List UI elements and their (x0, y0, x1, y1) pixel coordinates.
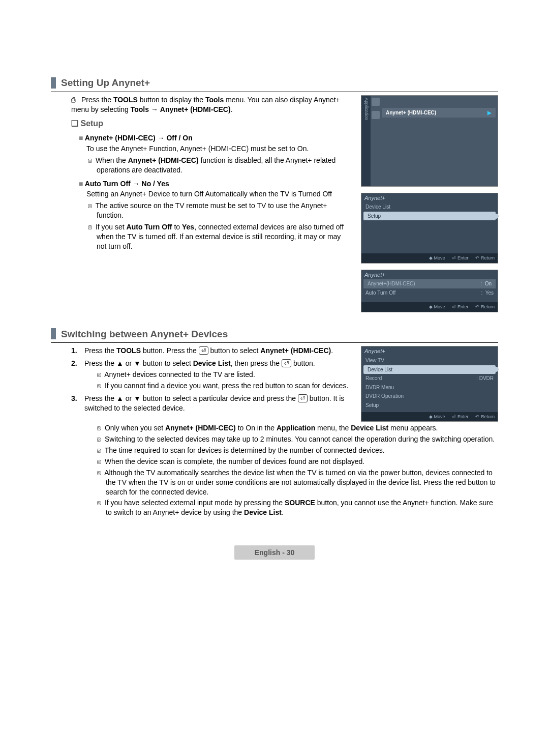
step2-note1: Anynet+ devices connected to the TV are … (96, 370, 352, 380)
sub2-note2: If you set Auto Turn Off to Yes, connect… (86, 222, 352, 251)
enter-icon: ⏎ (199, 346, 208, 355)
osd-item-setup-selected[interactable]: Setup (363, 212, 496, 221)
sub1-note: When the Anynet+ (HDMI-CEC) function is … (86, 156, 352, 175)
osd-hint-enter: ⏎ Enter (452, 255, 468, 261)
step3-note5: Although the TV automatically searches t… (96, 468, 498, 497)
osd-app-icon (372, 111, 380, 119)
osd-item-viewtv[interactable]: View TV (361, 356, 498, 365)
osd-application-menu: Application Anynet+ (HDMI-CEC) ▶ (361, 95, 498, 187)
sub2-note1: The active source on the TV remote must … (86, 201, 352, 220)
page-footer: English - 30 (51, 548, 498, 558)
section-bar (51, 77, 56, 89)
page-number: English - 30 (234, 545, 315, 560)
arrow-right-icon: ▶ (487, 109, 492, 117)
osd-hint-return: ↶ Return (475, 255, 495, 261)
osd-hint-move: ◆ Move (429, 414, 445, 420)
step3-note2: Switching to the selected devices may ta… (96, 434, 498, 444)
osd-app-icon (372, 98, 380, 106)
enter-icon: ⏎ (298, 394, 308, 402)
step-1: 1. Press the TOOLS button. Press the ⏎ b… (71, 346, 352, 356)
step3-note6: If you have selected external input mode… (96, 498, 498, 517)
osd-hint-return: ↶ Return (475, 304, 495, 310)
osd-item-dvdrmenu[interactable]: DVDR Menu (361, 383, 498, 392)
sub2-body: Setting an Anynet+ Device to turn Off Au… (86, 189, 352, 199)
osd-row-hdmicec[interactable]: Anynet+(HDMI-CEC) : On (363, 279, 496, 288)
osd-hint-move: ◆ Move (429, 255, 445, 261)
step-2: 2. Press the ▲ or ▼ button to select Dev… (71, 359, 352, 391)
sub-heading-autoturnoff: Auto Turn Off → No / Yes (79, 179, 352, 189)
osd-footer: ◆ Move ⏎ Enter ↶ Return (361, 253, 498, 263)
osd-item-devicelist[interactable]: Device List (361, 202, 498, 212)
section-header-switching: Switching between Anynet+ Devices (51, 328, 498, 343)
section-bar (51, 328, 56, 339)
osd-item-record[interactable]: Record : DVDR (361, 374, 498, 383)
step2-note2: If you cannot find a device you want, pr… (96, 381, 352, 391)
enter-icon: ⏎ (282, 359, 291, 367)
step3-note1: Only when you set Anynet+ (HDMI-CEC) to … (96, 423, 498, 433)
osd-title: Anynet+ (361, 346, 498, 356)
osd-hint-enter: ⏎ Enter (452, 304, 468, 310)
step-3: 3. Press the ▲ or ▼ button to select a p… (71, 394, 352, 413)
osd-hint-return: ↶ Return (475, 414, 495, 420)
osd-footer: ◆ Move ⏎ Enter ↶ Return (361, 302, 498, 311)
osd-highlight-row[interactable]: Anynet+ (HDMI-CEC) ▶ (382, 108, 496, 118)
osd-footer: ◆ Move ⏎ Enter ↶ Return (361, 412, 498, 421)
section-header-setting-up: Setting Up Anynet+ (51, 76, 498, 92)
osd-item-devicelist-selected[interactable]: Device List (363, 365, 496, 374)
osd-anynet-settings: Anynet+ Anynet+(HDMI-CEC) : On Auto Turn… (361, 270, 498, 312)
section-title: Switching between Anynet+ Devices (61, 328, 228, 341)
sub1-body: To use the Anynet+ Function, Anynet+ (HD… (86, 144, 352, 154)
osd-hint-move: ◆ Move (429, 304, 445, 310)
osd-title: Anynet+ (361, 193, 498, 203)
osd-sidebar-label: Application (361, 96, 371, 186)
osd-hint-enter: ⏎ Enter (452, 414, 468, 420)
step3-note3: The time required to scan for devices is… (96, 446, 498, 455)
section-title: Setting Up Anynet+ (61, 76, 150, 90)
osd-anynet-devices: Anynet+ View TV Device List Record : DVD… (361, 346, 498, 422)
step3-note4: When the device scan is complete, the nu… (96, 457, 498, 467)
setup-heading: Setup (71, 118, 352, 129)
osd-row-autoturnoff[interactable]: Auto Turn Off : Yes (361, 288, 498, 298)
osd-item-setup[interactable]: Setup (361, 401, 498, 410)
intro-paragraph: ⎙ Press the TOOLS button to display the … (71, 95, 352, 114)
osd-anynet-setup-list: Anynet+ Device List Setup ◆ Move ⏎ Enter… (361, 193, 498, 264)
osd-item-dvdrop[interactable]: DVDR Operation (361, 392, 498, 401)
osd-title: Anynet+ (361, 270, 498, 280)
sub-heading-hdmicec: Anynet+ (HDMI-CEC) → Off / On (79, 133, 352, 143)
tools-icon: ⎙ (71, 95, 79, 105)
